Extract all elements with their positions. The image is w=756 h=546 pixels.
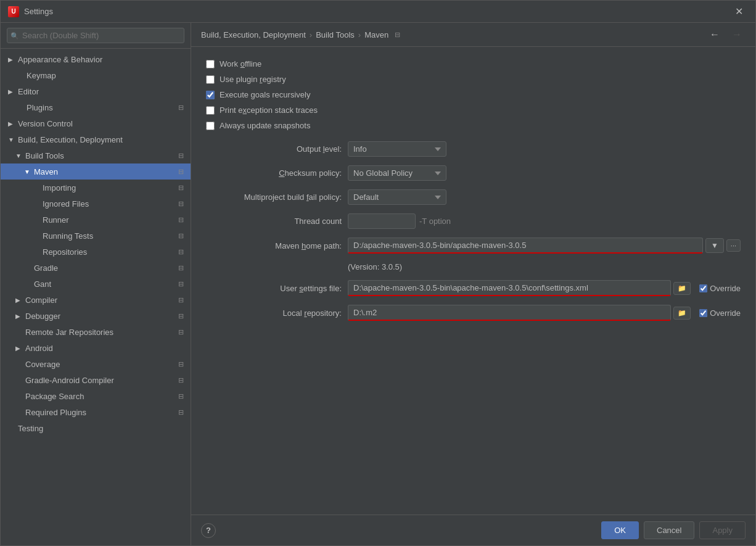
sidebar-item-editor[interactable]: ▶ Editor — [1, 83, 191, 99]
forward-button[interactable]: → — [728, 28, 746, 41]
user-settings-browse-btn[interactable]: 📁 — [673, 282, 691, 295]
close-button[interactable]: ✕ — [730, 3, 748, 20]
window-title: Settings — [24, 7, 730, 16]
sidebar-item-remote-jar[interactable]: Remote Jar Repositories ⊟ — [1, 324, 191, 340]
sidebar-item-runner[interactable]: Runner ⊟ — [1, 212, 191, 228]
multiproject-fail-label: Multiproject build fail policy: — [206, 192, 342, 202]
arrow-icon: ▶ — [8, 56, 17, 63]
checksum-policy-control: No Global Policy Strict Warn Fail — [348, 165, 741, 181]
title-bar: U Settings ✕ — [1, 1, 755, 23]
execute-goals-label: Execute goals recursively — [220, 90, 310, 99]
work-offline-checkbox[interactable] — [206, 60, 215, 68]
maven-home-dropdown-btn[interactable]: ▼ — [705, 238, 724, 253]
thread-suffix: -T option — [419, 217, 451, 226]
arrow-icon: ▶ — [15, 313, 24, 320]
sidebar-item-label: Coverage — [25, 360, 176, 369]
output-level-dropdown[interactable]: Info Debug Warn Error — [348, 141, 446, 157]
arrow-icon: ▼ — [15, 152, 24, 159]
sidebar-item-compiler[interactable]: ▶ Compiler ⊟ — [1, 292, 191, 308]
sidebar-item-testing[interactable]: Testing — [1, 420, 191, 436]
execute-goals-checkbox[interactable] — [206, 91, 215, 99]
thread-count-label: Thread count — [206, 217, 342, 226]
sidebar-item-label: Android — [25, 344, 186, 353]
user-settings-file-row: User settings file: 📁 Override — [206, 280, 741, 296]
sidebar-item-label: Debugger — [25, 312, 176, 321]
cancel-button[interactable]: Cancel — [644, 521, 694, 539]
sidebar-item-gradle[interactable]: Gradle ⊟ — [1, 260, 191, 276]
sidebar-item-gant[interactable]: Gant ⊟ — [1, 276, 191, 292]
arrow-icon: ▶ — [15, 345, 24, 352]
arrow-icon: ▼ — [24, 168, 33, 175]
use-plugin-registry-label: Use plugin registry — [220, 75, 286, 84]
help-button[interactable]: ? — [201, 523, 216, 538]
checkbox-plugin-registry-row: Use plugin registry — [206, 75, 741, 84]
breadcrumb-bar: Build, Execution, Deployment › Build Too… — [191, 23, 755, 47]
sidebar-item-label: Gradle-Android Compiler — [25, 376, 176, 385]
settings-icon: ⊟ — [176, 391, 186, 401]
breadcrumb-part-3: Maven — [364, 30, 388, 39]
local-repository-browse-btn[interactable]: 📁 — [673, 307, 691, 320]
sidebar-item-debugger[interactable]: ▶ Debugger ⊟ — [1, 308, 191, 324]
ok-button[interactable]: OK — [601, 521, 639, 539]
sidebar-item-ignored-files[interactable]: Ignored Files ⊟ — [1, 196, 191, 212]
sidebar-item-keymap[interactable]: Keymap — [1, 67, 191, 83]
local-repository-override-checkbox[interactable] — [699, 309, 707, 317]
settings-icon: ⊟ — [176, 102, 186, 112]
thread-count-row: Thread count -T option — [206, 213, 741, 229]
sidebar-item-running-tests[interactable]: Running Tests ⊟ — [1, 228, 191, 244]
user-settings-file-input[interactable] — [348, 280, 671, 296]
sidebar-item-appearance[interactable]: ▶ Appearance & Behavior — [1, 51, 191, 67]
local-repository-label: Local repository: — [206, 308, 342, 318]
content-area: ▶ Appearance & Behavior Keymap ▶ Editor … — [1, 23, 755, 545]
breadcrumb-part-2: Build Tools — [316, 30, 355, 39]
sidebar-item-label: Ignored Files — [43, 199, 176, 209]
multiproject-fail-row: Multiproject build fail policy: Default … — [206, 189, 741, 205]
local-repository-override-row: Override — [699, 308, 741, 318]
sidebar: ▶ Appearance & Behavior Keymap ▶ Editor … — [1, 23, 191, 545]
sidebar-item-label: Testing — [18, 424, 186, 433]
user-settings-file-label: User settings file: — [206, 284, 342, 293]
sidebar-item-label: Importing — [43, 183, 176, 192]
bottom-bar: ? OK Cancel Apply — [191, 515, 755, 545]
sidebar-item-plugins[interactable]: Plugins ⊟ — [1, 99, 191, 115]
sidebar-item-android[interactable]: ▶ Android — [1, 340, 191, 356]
output-level-label: Output level: — [206, 144, 342, 154]
settings-icon: ⊟ — [176, 311, 186, 321]
use-plugin-registry-checkbox[interactable] — [206, 75, 215, 84]
apply-button[interactable]: Apply — [699, 521, 746, 539]
back-button[interactable]: ← — [706, 28, 723, 41]
multiproject-fail-dropdown[interactable]: Default Fail at end Never fail — [348, 189, 446, 205]
maven-home-path-input[interactable] — [348, 238, 703, 254]
breadcrumb-sep: › — [358, 30, 361, 39]
maven-home-path-label: Maven home path: — [206, 241, 342, 250]
arrow-icon: ▶ — [15, 297, 24, 304]
sidebar-item-required-plugins[interactable]: Required Plugins ⊟ — [1, 404, 191, 420]
search-input[interactable] — [7, 28, 184, 43]
sidebar-item-label: Version Control — [18, 119, 186, 128]
sidebar-item-build-tools[interactable]: ▼ Build Tools ⊟ — [1, 147, 191, 163]
maven-home-browse-btn[interactable]: ··· — [726, 239, 741, 252]
sidebar-item-coverage[interactable]: Coverage ⊟ — [1, 356, 191, 372]
user-settings-override-checkbox[interactable] — [699, 284, 707, 292]
maven-home-path-row: Maven home path: ▼ ··· — [206, 238, 741, 254]
sidebar-item-gradle-android[interactable]: Gradle-Android Compiler ⊟ — [1, 372, 191, 388]
settings-icon: ⊟ — [176, 295, 186, 305]
arrow-icon: ▶ — [8, 88, 17, 95]
work-offline-label: Work offline — [220, 59, 261, 68]
sidebar-item-version-control[interactable]: ▶ Version Control — [1, 115, 191, 131]
always-update-checkbox[interactable] — [206, 122, 215, 130]
settings-icon: ⊟ — [176, 327, 186, 337]
thread-count-input[interactable] — [348, 213, 416, 229]
sidebar-item-maven[interactable]: ▼ Maven ⊟ — [1, 163, 191, 180]
local-repository-row: Local repository: 📁 Override — [206, 305, 741, 321]
sidebar-item-repositories[interactable]: Repositories ⊟ — [1, 244, 191, 260]
checksum-policy-dropdown[interactable]: No Global Policy Strict Warn Fail — [348, 165, 446, 181]
user-settings-override-row: Override — [699, 284, 741, 293]
print-exception-checkbox[interactable] — [206, 106, 215, 115]
breadcrumb-nav: ← → — [706, 28, 746, 41]
sidebar-item-build-execution[interactable]: ▼ Build, Execution, Deployment — [1, 131, 191, 147]
local-repository-input[interactable] — [348, 305, 671, 321]
sidebar-item-label: Build, Execution, Deployment — [18, 135, 186, 144]
sidebar-item-importing[interactable]: Importing ⊟ — [1, 180, 191, 196]
sidebar-item-package-search[interactable]: Package Search ⊟ — [1, 388, 191, 404]
